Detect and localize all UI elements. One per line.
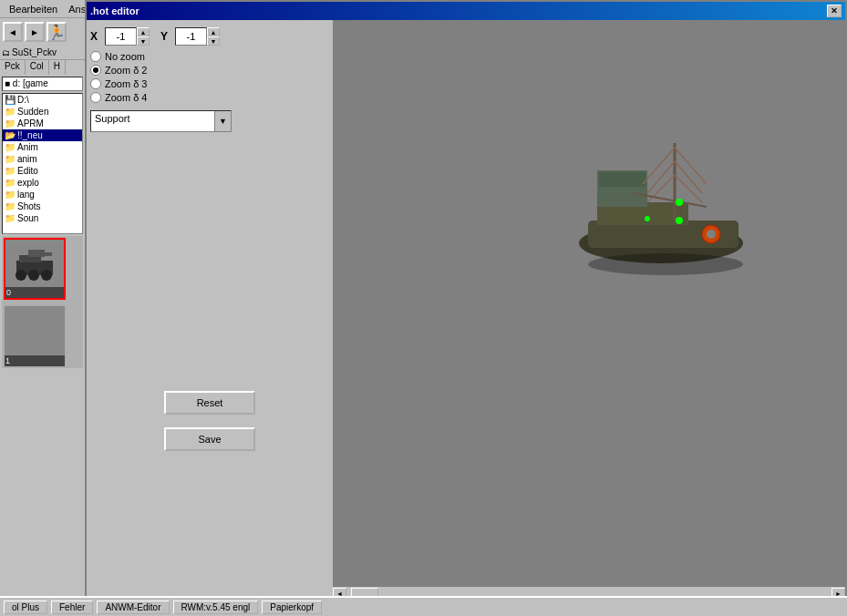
controls-panel: X ▲ ▼ Y ▲ ▼: [87, 20, 333, 585]
tree-root[interactable]: 💾 D:\: [3, 94, 82, 106]
svg-point-5: [28, 270, 39, 281]
folder-icon: 📁: [5, 142, 15, 152]
support-dropdown[interactable]: Support ▼: [90, 110, 232, 132]
viewport[interactable]: [333, 20, 845, 600]
hot-editor-titlebar: .hot editor ✕: [87, 2, 845, 20]
task-rwm[interactable]: RWM:v.5.45 engl: [173, 601, 259, 614]
package-icon: 🗂: [2, 48, 10, 57]
package-label: 🗂 SuSt_Pckv: [0, 46, 85, 60]
fwd-button[interactable]: ►: [25, 22, 45, 42]
x-up-btn[interactable]: ▲: [137, 27, 150, 36]
boat-render: [561, 111, 761, 293]
xy-row: X ▲ ▼ Y ▲ ▼: [90, 27, 329, 46]
tree-item-shots[interactable]: 📁 Shots: [3, 200, 82, 212]
zoom-3-radio[interactable]: [90, 78, 101, 89]
x-spinner[interactable]: ▲ ▼: [105, 27, 150, 46]
svg-point-24: [645, 216, 650, 221]
menu-bearbeiten[interactable]: Bearbeiten: [4, 2, 63, 16]
folder-icon: 📁: [5, 201, 15, 211]
zoom-none-option[interactable]: No zoom: [90, 51, 329, 62]
x-label: X: [90, 30, 101, 43]
thumbnail-number-1: 1: [5, 355, 65, 366]
thumbnail-number-0: 0: [5, 287, 64, 298]
x-down-btn[interactable]: ▼: [137, 36, 150, 46]
folder-icon: 📁: [5, 154, 15, 164]
svg-rect-3: [41, 252, 52, 256]
app-toolbar: ◄ ► 🏃: [0, 18, 86, 46]
zoom-radio-group: No zoom Zoom δ 2 Zoom δ 3 Zoom δ 4: [90, 51, 329, 103]
reset-button[interactable]: Reset: [164, 391, 255, 415]
zoom-3-option[interactable]: Zoom δ 3: [90, 78, 329, 89]
y-label: Y: [160, 30, 171, 43]
zoom-2-option[interactable]: Zoom δ 2: [90, 65, 329, 76]
back-button[interactable]: ◄: [3, 22, 23, 42]
zoom-4-label: Zoom δ 4: [105, 92, 147, 103]
run-button[interactable]: 🏃: [46, 22, 67, 42]
svg-point-4: [15, 270, 26, 281]
thumbnail-panel: 0 1: [2, 236, 83, 368]
folder-open-icon: 📂: [5, 130, 15, 140]
tab-h[interactable]: H: [49, 60, 66, 75]
y-spinner[interactable]: ▲ ▼: [175, 27, 220, 46]
task-anwm[interactable]: ANWM-Editor: [97, 601, 169, 614]
tree-item-editor[interactable]: 📁 Edito: [3, 165, 82, 177]
dropdown-value[interactable]: Support: [91, 111, 214, 131]
svg-point-6: [41, 270, 52, 281]
zoom-2-radio[interactable]: [90, 65, 101, 76]
tree-item-sudden[interactable]: 📁 Sudden: [3, 106, 82, 118]
tree-item-aprm[interactable]: 📁 APRM: [3, 118, 82, 129]
y-down-btn[interactable]: ▼: [207, 36, 220, 46]
tab-col[interactable]: Col: [26, 60, 49, 75]
thumbnail-1[interactable]: 1: [4, 305, 66, 367]
tab-pck[interactable]: Pck: [0, 60, 26, 75]
svg-point-25: [588, 253, 743, 275]
folder-icon: 📁: [5, 190, 15, 200]
tank-icon: [12, 242, 57, 283]
zoom-none-radio[interactable]: [90, 51, 101, 62]
tree-item-anim1[interactable]: 📁 Anim: [3, 141, 82, 153]
hot-editor-title: .hot editor: [90, 5, 139, 16]
dropdown-arrow-icon[interactable]: ▼: [214, 111, 231, 131]
zoom-3-label: Zoom δ 3: [105, 78, 147, 89]
save-button[interactable]: Save: [164, 427, 255, 451]
zoom-none-label: No zoom: [105, 51, 145, 62]
folder-icon: 📁: [5, 178, 15, 188]
drive-icon: 💾: [5, 95, 15, 105]
task-fehler[interactable]: Fehler: [51, 601, 93, 614]
close-button[interactable]: ✕: [827, 5, 842, 17]
tab-bar: Pck Col H: [0, 60, 85, 75]
hot-editor-window: .hot editor ✕ X ▲ ▼ Y ▲: [85, 0, 847, 601]
taskbar: ol Plus Fehler ANWM-Editor RWM:v.5.45 en…: [0, 596, 847, 616]
folder-icon: 📁: [5, 107, 15, 117]
y-up-btn[interactable]: ▲: [207, 27, 220, 36]
pkg-label-text: ■ d: [game: [5, 78, 48, 88]
zoom-4-radio[interactable]: [90, 92, 101, 103]
path-display: ■ d: [game: [2, 77, 83, 91]
svg-rect-11: [599, 172, 646, 187]
thumbnail-0[interactable]: 0: [4, 238, 66, 300]
svg-point-23: [676, 199, 683, 206]
svg-point-21: [707, 230, 716, 239]
y-input[interactable]: [175, 27, 207, 46]
folder-icon: 📁: [5, 213, 15, 223]
package-name: SuSt_Pckv: [12, 47, 57, 57]
tree-item-soun[interactable]: 📁 Soun: [3, 212, 82, 224]
folder-icon: 📁: [5, 118, 15, 128]
zoom-4-option[interactable]: Zoom δ 4: [90, 92, 329, 103]
tree-item-anim2[interactable]: 📁 anim: [3, 153, 82, 165]
tree-item-neu[interactable]: 📂 !!_neu: [3, 129, 82, 141]
dropdown-container: Support ▼: [90, 110, 329, 132]
svg-point-22: [676, 217, 683, 224]
zoom-2-label: Zoom δ 2: [105, 65, 147, 76]
action-buttons: Reset Save: [90, 387, 329, 455]
x-input[interactable]: [105, 27, 137, 46]
task-papierkopf[interactable]: Papierkopf: [262, 601, 322, 614]
folder-icon: 📁: [5, 166, 15, 176]
left-sidebar: 🗂 SuSt_Pckv Pck Col H ■ d: [game 💾 D:\ 📁…: [0, 46, 86, 596]
task-olplus[interactable]: ol Plus: [4, 601, 47, 614]
tree-item-explo[interactable]: 📁 explo: [3, 177, 82, 189]
file-tree[interactable]: 💾 D:\ 📁 Sudden 📁 APRM 📂 !!_neu 📁 Anim 📁: [2, 93, 83, 234]
tree-item-lang[interactable]: 📁 lang: [3, 189, 82, 200]
